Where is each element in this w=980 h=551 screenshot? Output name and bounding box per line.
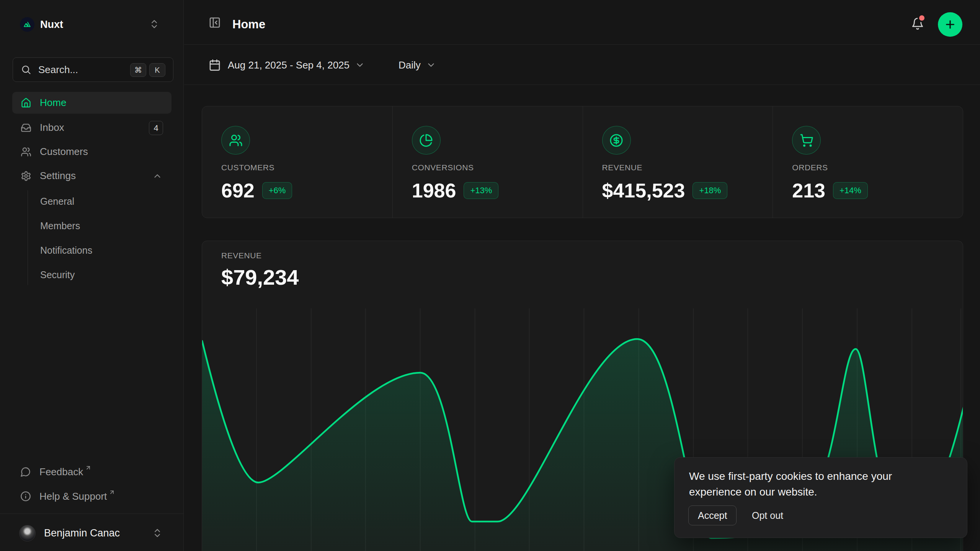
chevron-down-icon: [355, 60, 365, 70]
sidebar-item-customers[interactable]: Customers: [12, 141, 172, 163]
shopping-cart-icon: [792, 126, 821, 155]
search-icon: [21, 64, 31, 75]
sidebar-item-label: Inbox: [40, 122, 64, 134]
search-placeholder: Search...: [38, 64, 78, 76]
sidebar-item-label: Customers: [40, 146, 88, 158]
panel-left-collapse-icon[interactable]: [209, 16, 221, 29]
sub-item-label: Members: [40, 220, 80, 231]
user-menu[interactable]: Benjamin Canac: [13, 522, 171, 544]
kbd-k: K: [149, 63, 165, 77]
chevron-down-icon: [426, 60, 436, 70]
stat-delta-badge: +6%: [262, 182, 292, 199]
revenue-card-value: $79,234: [221, 265, 299, 290]
sidebar-item-feedback[interactable]: Feedback: [13, 461, 171, 483]
date-range-picker[interactable]: Aug 21, 2025 - Sep 4, 2025: [209, 55, 365, 75]
granularity-select[interactable]: Daily: [399, 55, 436, 75]
gear-icon: [21, 171, 31, 181]
cookie-message-line2: experience on our website.: [689, 486, 817, 498]
user-name: Benjamin Canac: [44, 527, 120, 539]
revenue-card-label: REVENUE: [221, 251, 262, 260]
home-icon: [21, 98, 31, 108]
stat-card-revenue[interactable]: REVENUE $415,523 +18%: [583, 106, 773, 218]
info-circle-icon: [20, 491, 31, 502]
settings-subtree-guide: [28, 190, 28, 285]
stat-label: REVENUE: [602, 163, 643, 172]
chevrons-up-down-icon: [152, 528, 163, 538]
opt-out-button[interactable]: Opt out: [748, 505, 787, 525]
sidebar-item-inbox[interactable]: Inbox 4: [12, 117, 172, 139]
chat-bubble-icon: [20, 466, 31, 477]
workspace-name: Nuxt: [40, 19, 63, 31]
sidebar: Nuxt Search... ⌘ K Home Inbox 4 Customer…: [0, 0, 184, 551]
toolbar: Aug 21, 2025 - Sep 4, 2025 Daily: [184, 45, 980, 85]
nuxt-logo: [20, 17, 34, 32]
stat-label: CONVERSIONS: [412, 163, 474, 172]
stat-value: 1986: [412, 179, 456, 202]
stat-label: CUSTOMERS: [221, 163, 274, 172]
sidebar-item-security[interactable]: Security: [33, 264, 172, 285]
cookie-banner: We use first-party cookies to enhance yo…: [674, 457, 967, 538]
calendar-icon: [209, 59, 221, 71]
chevron-up-icon: [152, 171, 162, 181]
stat-delta-badge: +18%: [693, 182, 727, 199]
users-icon: [221, 126, 250, 155]
stats-row: CUSTOMERS 692 +6% CONVERSIONS 1986 +13% …: [202, 106, 963, 218]
inbox-icon: [21, 122, 31, 133]
sidebar-item-settings[interactable]: Settings: [12, 165, 172, 187]
sidebar-footer-divider: [0, 514, 184, 514]
stat-value: 213: [792, 179, 825, 202]
stat-card-conversions[interactable]: CONVERSIONS 1986 +13%: [392, 106, 583, 218]
avatar: [19, 525, 36, 541]
stat-card-customers[interactable]: CUSTOMERS 692 +6%: [202, 106, 392, 218]
sidebar-item-general[interactable]: General: [33, 191, 172, 212]
sub-item-label: Notifications: [40, 245, 92, 256]
stat-value: $415,523: [602, 179, 685, 202]
cookie-message-line1: We use first-party cookies to enhance yo…: [689, 470, 892, 482]
sidebar-item-notifications[interactable]: Notifications: [33, 240, 172, 261]
sub-item-label: General: [40, 196, 74, 207]
sidebar-item-help-support[interactable]: Help & Support: [13, 485, 171, 507]
sidebar-item-label: Home: [40, 97, 66, 109]
sidebar-item-label: Settings: [40, 170, 76, 182]
foot-item-label: Help & Support: [39, 491, 107, 502]
external-link-icon: [109, 489, 115, 496]
date-range-value: Aug 21, 2025 - Sep 4, 2025: [228, 59, 350, 71]
accept-button[interactable]: Accept: [688, 505, 737, 525]
page-title: Home: [232, 18, 265, 31]
stat-value: 692: [221, 179, 255, 202]
granularity-value: Daily: [399, 59, 421, 71]
stat-card-orders[interactable]: ORDERS 213 +14%: [773, 106, 963, 218]
sidebar-item-home[interactable]: Home: [12, 92, 172, 114]
stat-delta-badge: +14%: [833, 182, 868, 199]
notification-dot: [919, 15, 924, 21]
search-input[interactable]: Search... ⌘ K: [13, 57, 173, 82]
stat-delta-badge: +13%: [464, 182, 498, 199]
add-button[interactable]: [938, 12, 962, 37]
users-icon: [21, 147, 31, 157]
external-link-icon: [85, 465, 91, 471]
workspace-selector[interactable]: Nuxt: [13, 15, 171, 34]
sidebar-item-members[interactable]: Members: [33, 215, 172, 236]
header: Home: [184, 0, 980, 45]
kbd-cmd: ⌘: [130, 63, 146, 77]
stat-label: ORDERS: [792, 163, 828, 172]
pie-chart-icon: [412, 126, 441, 155]
dollar-circle-icon: [602, 126, 631, 155]
inbox-count-badge: 4: [149, 121, 163, 135]
cookie-message: We use first-party cookies to enhance yo…: [689, 468, 942, 500]
sub-item-label: Security: [40, 269, 75, 280]
chevrons-up-down-icon[interactable]: [149, 19, 160, 29]
foot-item-label: Feedback: [39, 466, 83, 478]
